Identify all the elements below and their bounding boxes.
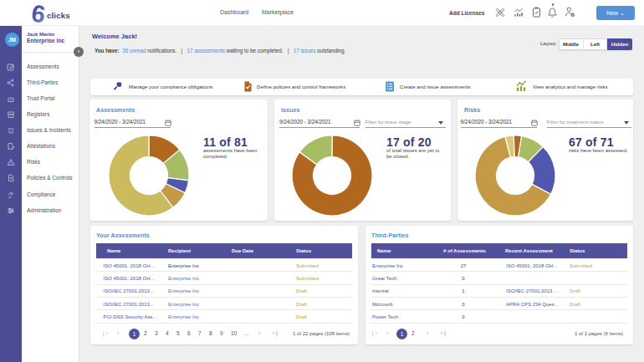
svg-text:6: 6 bbox=[32, 3, 47, 23]
svg-text:clicks: clicks bbox=[47, 11, 70, 20]
